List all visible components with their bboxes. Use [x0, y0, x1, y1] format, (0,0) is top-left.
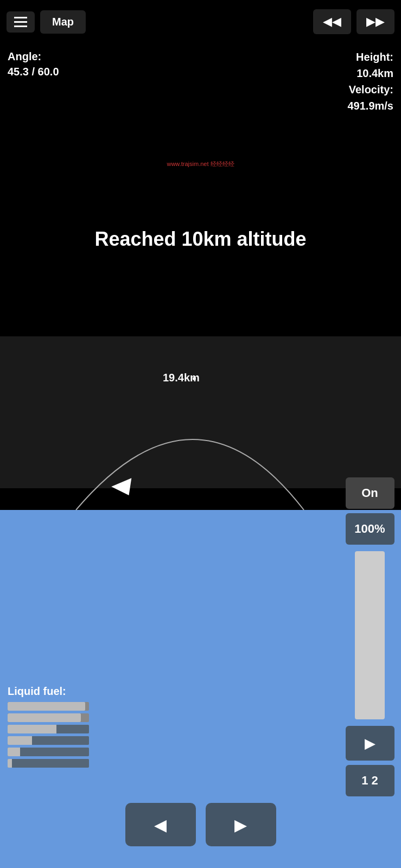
fuel-bar-5 — [8, 748, 89, 756]
angle-label: Angle: — [8, 49, 59, 64]
fuel-bar-fill-4a — [8, 736, 32, 745]
hud-topleft: Angle: 45.3 / 60.0 — [8, 49, 59, 79]
velocity-label: Velocity: — [347, 81, 393, 98]
fuel-bar-fill-5b — [20, 748, 90, 756]
angle-value: 45.3 / 60.0 — [8, 64, 59, 79]
main-message: Reached 10km altitude — [0, 228, 401, 251]
top-right-controls: ◀◀ ▶▶ — [313, 9, 394, 34]
toggle-on-button[interactable]: On — [346, 477, 394, 509]
fuel-bar-fill-3a — [8, 725, 56, 733]
nav-back-icon: ◀ — [154, 815, 167, 834]
trajectory-svg — [0, 353, 401, 526]
map-button[interactable]: Map — [40, 10, 86, 34]
fuel-bar-4 — [8, 736, 89, 745]
hamburger-icon — [14, 17, 27, 27]
height-label: Height: — [347, 49, 393, 65]
fastforward-button[interactable]: ▶▶ — [357, 9, 394, 34]
fuel-bar-bg-4 — [8, 736, 89, 745]
nav-back-button[interactable]: ◀ — [125, 803, 196, 846]
fuel-bar-fill-6b — [12, 759, 90, 768]
small-top-text: www.trajsim.net 经经经经 — [167, 160, 234, 168]
play-icon: ▶ — [365, 735, 375, 752]
nav-forward-icon: ▶ — [234, 815, 247, 834]
hud-topright: Height: 10.4km Velocity: 491.9m/s — [347, 49, 393, 114]
rocket-marker — [111, 476, 138, 501]
fuel-bar-fill-1 — [8, 702, 85, 711]
top-bar: Map ◀◀ ▶▶ — [0, 0, 401, 43]
fuel-bar-fill-4b — [32, 736, 89, 745]
rewind-button[interactable]: ◀◀ — [313, 9, 351, 34]
trajectory-container — [0, 353, 401, 526]
throttle-slider[interactable] — [355, 551, 385, 719]
menu-button[interactable] — [7, 11, 35, 33]
fuel-bar-1 — [8, 702, 89, 711]
fuel-bar-fill-2 — [8, 713, 81, 722]
right-controls: On 100% ▶ 1 2 — [344, 477, 396, 796]
altitude-label: 19.4km — [163, 372, 200, 384]
fuel-bar-fill-3b — [56, 725, 89, 733]
bottom-nav: ◀ ▶ — [125, 803, 276, 846]
fuel-bar-fill-5a — [8, 748, 20, 756]
fuel-bar-bg-6 — [8, 759, 89, 768]
top-left-controls: Map — [7, 10, 86, 34]
velocity-value: 491.9m/s — [347, 98, 393, 114]
fuel-bar-bg-2 — [8, 713, 89, 722]
percent-button[interactable]: 100% — [346, 513, 394, 545]
fuel-bar-2 — [8, 713, 89, 722]
fuel-bar-3 — [8, 725, 89, 733]
nav-forward-button[interactable]: ▶ — [206, 803, 276, 846]
fuel-bar-bg-3 — [8, 725, 89, 733]
trajectory-path — [76, 439, 304, 510]
fuel-label: Liquid fuel: — [8, 685, 89, 698]
fuel-bar-fill-6a — [8, 759, 12, 768]
fuel-bar-bg-5 — [8, 748, 89, 756]
fuel-area: Liquid fuel: — [8, 685, 89, 770]
fuel-bar-6 — [8, 759, 89, 768]
fuel-bar-bg-1 — [8, 702, 89, 711]
play-button[interactable]: ▶ — [346, 726, 394, 761]
staging-button[interactable]: 1 2 — [346, 765, 394, 796]
height-value: 10.4km — [347, 65, 393, 81]
